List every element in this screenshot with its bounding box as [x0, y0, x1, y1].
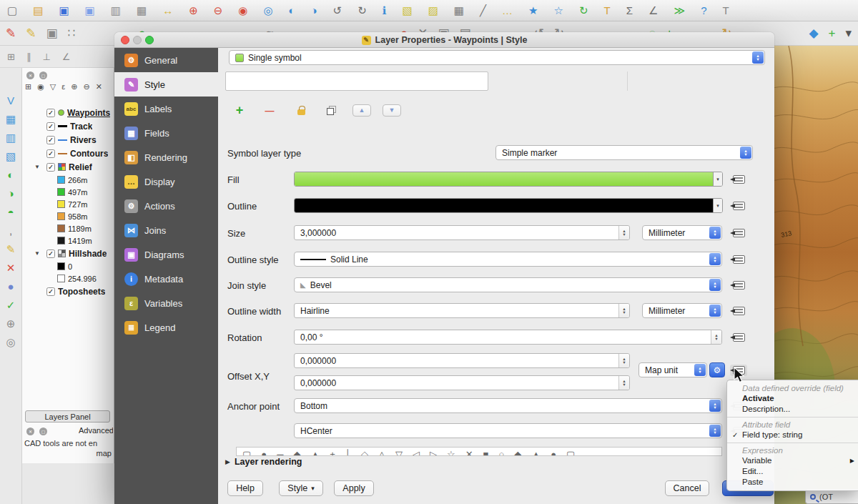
identify-features-icon[interactable]: ℹ	[383, 5, 387, 16]
zoom-to-layer-icon[interactable]: ◐	[288, 5, 295, 16]
remove-layer-icon[interactable]: ✕	[6, 262, 16, 273]
marker-symbol-2[interactable]: ─	[277, 449, 283, 454]
add-wcs-layer-icon[interactable]: ◑	[7, 188, 14, 199]
marker-symbol-8[interactable]: △	[378, 449, 385, 454]
renderer-combo[interactable]: Single symbol ▲▼	[229, 50, 765, 65]
add-wfs-layer-icon[interactable]: ◓	[7, 207, 14, 217]
ctx-item-description[interactable]: Description...	[727, 404, 858, 415]
outline-dropdown-icon[interactable]: ▾	[713, 199, 722, 212]
rotation-data-defined-button[interactable]	[730, 332, 747, 343]
labeling-icon[interactable]: T	[604, 5, 611, 16]
move-up-button[interactable]: ▲	[352, 104, 371, 117]
dialog-menu-item-labels[interactable]: abcLabels	[114, 97, 218, 121]
layers-expression-filter-icon[interactable]: ε	[61, 83, 65, 91]
text-annotation-icon[interactable]: T	[722, 5, 729, 16]
layer-item-relief[interactable]: ▼✓Relief	[22, 160, 114, 174]
outline-width-input[interactable]: Hairline ▲▼	[294, 303, 630, 318]
statistical-summary-icon[interactable]: Σ	[626, 5, 633, 16]
dialog-menu-item-legend[interactable]: ≣Legend	[114, 315, 218, 340]
project-new-icon[interactable]: ▢	[7, 5, 17, 16]
ctx-item-paste[interactable]: Paste	[727, 477, 858, 488]
marker-symbol-7[interactable]: ◇	[361, 449, 368, 454]
expander-icon[interactable]: ▼	[34, 250, 44, 257]
layer-item-rivers[interactable]: ✓Rivers	[22, 133, 114, 147]
outline-style-data-defined-button[interactable]	[730, 254, 747, 265]
snapping-options-icon[interactable]: ⊕	[6, 318, 16, 329]
apply-button[interactable]: Apply	[334, 480, 374, 496]
panel-close-button[interactable]: ✕	[26, 71, 34, 79]
processing-toolbox-icon[interactable]: ◆	[809, 27, 818, 39]
size-data-defined-button[interactable]	[730, 227, 747, 239]
add-vector-layer-icon[interactable]: V	[7, 95, 14, 106]
advanced-digitize-grid-icon[interactable]: ⊞	[7, 52, 15, 61]
offset-unit-options-button[interactable]: ⚙	[709, 362, 725, 377]
marker-symbol-16[interactable]: ◆	[514, 449, 521, 454]
dialog-menu-item-joins[interactable]: ⋈Joins	[114, 218, 218, 242]
remove-symbol-layer-button[interactable]: —	[262, 103, 277, 117]
dialog-menu-item-rendering[interactable]: ◧Rendering	[114, 145, 218, 169]
marker-symbol-6[interactable]: │	[345, 449, 351, 454]
layer-checkbox[interactable]: ✓	[46, 163, 55, 172]
marker-symbol-11[interactable]: ▷	[430, 449, 437, 454]
offset-y-input[interactable]: 0,000000 ▲▼	[294, 375, 630, 390]
outline-style-combo[interactable]: Solid Line ▲▼	[294, 252, 722, 267]
metasearch-icon[interactable]: ◎	[6, 337, 15, 347]
dialog-menu-item-metadata[interactable]: iMetadata	[114, 267, 218, 291]
dialog-menu-item-fields[interactable]: ▦Fields	[114, 121, 218, 145]
layer-item-toposheets[interactable]: ✓Toposheets	[22, 285, 114, 298]
dialog-menu-item-diagrams[interactable]: ▣Diagrams	[114, 242, 218, 267]
toolbar-overflow-icon[interactable]: ▾	[845, 27, 852, 39]
layer-item-0[interactable]: 0	[22, 260, 114, 272]
outline-width-data-defined-button[interactable]	[730, 305, 747, 317]
zoom-in-icon[interactable]: ⊕	[189, 5, 198, 16]
join-style-combo[interactable]: ◣ Bevel ▲▼	[294, 277, 722, 292]
new-bookmark-icon[interactable]: ★	[528, 5, 538, 16]
toggle-editing-icon[interactable]: ✎	[26, 27, 36, 39]
project-save-icon[interactable]: ▣	[59, 5, 69, 16]
marker-symbol-9[interactable]: ▽	[395, 449, 403, 454]
current-edits-icon[interactable]: ✎	[6, 27, 16, 39]
python-console-icon[interactable]: ≫	[674, 5, 685, 16]
zoom-last-icon[interactable]: ↺	[333, 5, 342, 16]
marker-symbol-5[interactable]: +	[330, 449, 335, 454]
layer-checkbox[interactable]: ✓	[46, 122, 55, 131]
marker-symbol-13[interactable]: ✕	[465, 449, 473, 454]
ctx-item-edit[interactable]: Edit...	[727, 466, 858, 477]
layer-checkbox[interactable]: ✓	[46, 149, 55, 158]
add-spatialite-layer-icon[interactable]: ▧	[6, 151, 16, 162]
dialog-titlebar[interactable]: ✎ Layer Properties - Waypoints | Style	[114, 32, 774, 48]
open-attribute-table-icon[interactable]: ▦	[454, 5, 464, 16]
layers-remove-icon[interactable]: ✕	[96, 83, 102, 91]
move-down-button[interactable]: ▼	[383, 104, 401, 117]
anchor-vertical-combo[interactable]: Bottom ▲▼	[294, 398, 722, 413]
ctx-item-variable[interactable]: Variable ▶	[727, 455, 858, 466]
dialog-menu-item-general[interactable]: ⚙General	[114, 48, 218, 72]
marker-symbol-3[interactable]: ◆	[293, 449, 300, 454]
marker-symbol-14[interactable]: ■	[483, 449, 489, 454]
show-bookmarks-icon[interactable]: ☆	[554, 5, 563, 16]
layer-rendering-section[interactable]: ▶ Layer rendering	[225, 457, 302, 467]
add-db-layer-icon[interactable]: ●	[7, 281, 14, 292]
advanced-digitize-parallel-icon[interactable]: ∥	[26, 52, 31, 61]
layer-item-254.996[interactable]: 254.996	[22, 272, 114, 285]
save-edits-icon[interactable]: ▣	[46, 27, 58, 39]
marker-symbol-0[interactable]: ▢	[242, 449, 251, 454]
dialog-menu-item-style[interactable]: ✎Style	[114, 72, 218, 97]
layer-item-waypoints[interactable]: ✓Waypoints	[22, 106, 114, 119]
dialog-menu-item-actions[interactable]: ⚙Actions	[114, 194, 218, 218]
marker-symbol-17[interactable]: ▲	[531, 449, 541, 454]
add-layer-quick-icon[interactable]: +	[829, 27, 836, 39]
anchor-horizontal-combo[interactable]: HCenter ▲▼	[294, 423, 722, 438]
layers-expand-all-icon[interactable]: ⊕	[71, 83, 77, 91]
composer-manager-icon[interactable]: ▦	[137, 5, 147, 16]
lock-colors-button[interactable]	[294, 103, 308, 117]
select-features-icon[interactable]: ▧	[402, 5, 412, 16]
marker-symbol-19[interactable]: ▢	[566, 449, 575, 454]
size-input[interactable]: 3,000000 ▲▼	[294, 225, 630, 240]
outline-width-unit-combo[interactable]: Millimeter ▲▼	[642, 303, 722, 318]
layer-checkbox[interactable]: ✓	[46, 109, 55, 117]
panel-float-button[interactable]: ▢	[39, 71, 47, 79]
style-menu-button[interactable]: Style ▾	[279, 480, 323, 496]
layer-item-hillshade[interactable]: ▼✓Hillshade	[22, 247, 114, 260]
dialog-menu-item-variables[interactable]: εVariables	[114, 291, 218, 315]
